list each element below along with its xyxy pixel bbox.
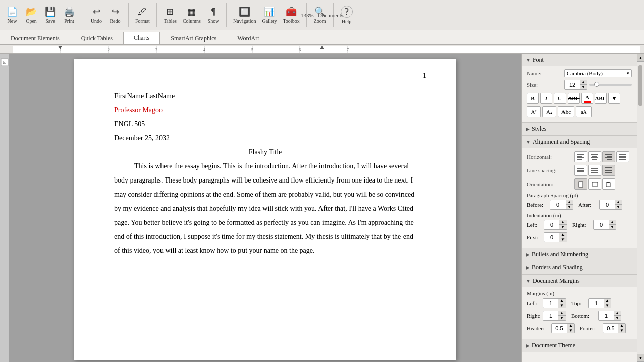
after-stepper[interactable]: ▲ ▼ <box>599 200 622 210</box>
tab-document-elements[interactable]: Document Elements <box>0 32 70 44</box>
one-half-spacing-button[interactable] <box>588 165 601 176</box>
open-button[interactable]: 📂 Open <box>22 3 40 27</box>
font-section-header[interactable]: ▼ Font <box>522 54 637 66</box>
font-name-select[interactable]: Cambria (Body) ▾ <box>564 69 632 77</box>
align-left-button[interactable] <box>574 151 587 162</box>
margin-bottom-input[interactable] <box>599 312 614 319</box>
superscript-button[interactable]: A² <box>527 106 541 117</box>
margin-right-input[interactable] <box>543 312 558 319</box>
tab-quick-tables[interactable]: Quick Tables <box>70 32 123 44</box>
margin-right-down[interactable]: ▼ <box>558 316 566 320</box>
indent-right-up[interactable]: ▲ <box>609 220 616 225</box>
before-stepper[interactable]: ▲ ▼ <box>550 200 573 210</box>
margin-bottom-down[interactable]: ▼ <box>614 316 621 320</box>
tab-charts[interactable]: Charts <box>123 32 160 44</box>
before-down[interactable]: ▼ <box>566 205 573 209</box>
margin-left-input[interactable] <box>543 300 558 307</box>
footer-stepper[interactable]: ▲ ▼ <box>603 323 626 333</box>
margin-left-down[interactable]: ▼ <box>558 303 566 308</box>
indent-first-stepper[interactable]: ▲ ▼ <box>544 232 567 242</box>
indent-left-input[interactable] <box>544 221 559 228</box>
tab-wordart[interactable]: WordArt <box>227 32 269 44</box>
save-button[interactable]: 💾 Save <box>41 3 59 27</box>
show-button[interactable]: ¶ Show <box>204 3 222 27</box>
orientation-other-button[interactable] <box>602 178 615 190</box>
indent-left-down[interactable]: ▼ <box>559 225 567 229</box>
margin-top-up[interactable]: ▲ <box>604 299 611 303</box>
margin-left-stepper[interactable]: ▲ ▼ <box>543 298 566 308</box>
indent-left-stepper[interactable]: ▲ ▼ <box>544 220 567 230</box>
document-area[interactable]: 1 FirstName LastName Professor Magoo ENG… <box>9 54 521 362</box>
smallcaps-button[interactable]: aA <box>576 106 592 117</box>
font-size-slider[interactable] <box>589 84 632 86</box>
body-paragraph[interactable]: This is where the essay begins. This is … <box>114 159 416 258</box>
text-color-button[interactable]: A <box>581 93 593 104</box>
before-up[interactable]: ▲ <box>566 200 573 205</box>
more-format-button[interactable]: ▾ <box>608 93 620 104</box>
format-button[interactable]: 🖊 Format <box>133 3 152 27</box>
header-down[interactable]: ▼ <box>567 328 574 333</box>
redo-button[interactable]: ↪ Redo <box>106 3 124 27</box>
margins-section-header[interactable]: ▼ Document Margins <box>522 275 637 287</box>
toolbox-button[interactable]: 🧰 Toolbox <box>280 3 302 27</box>
after-up[interactable]: ▲ <box>615 200 622 205</box>
print-button[interactable]: 🖨️ Print <box>60 3 78 27</box>
font-size-stepper[interactable]: ▲ ▼ <box>564 80 587 90</box>
scroll-up-arrow[interactable]: ▲ <box>637 54 645 62</box>
underline-button[interactable]: U <box>554 93 566 104</box>
indent-right-stepper[interactable]: ▲ ▼ <box>593 220 616 230</box>
double-spacing-button[interactable] <box>602 165 615 176</box>
orientation-landscape-button[interactable] <box>588 178 601 190</box>
right-panel-scrollbar[interactable]: ▲ ▼ <box>637 54 644 362</box>
navigation-button[interactable]: 🔲 Navigation <box>231 3 258 27</box>
indent-first-up[interactable]: ▲ <box>559 233 567 237</box>
margin-left-up[interactable]: ▲ <box>558 299 566 303</box>
scroll-down-arrow[interactable]: ▼ <box>637 354 645 362</box>
italic-button[interactable]: I <box>540 93 552 104</box>
margin-right-stepper[interactable]: ▲ ▼ <box>543 311 566 321</box>
indent-right-down[interactable]: ▼ <box>609 225 616 229</box>
case-button[interactable]: Abc <box>558 106 574 117</box>
align-justify-button[interactable] <box>616 151 629 162</box>
align-center-button[interactable] <box>588 151 601 162</box>
after-input[interactable] <box>600 201 615 208</box>
styles-section-header[interactable]: ▶ Styles <box>522 123 637 135</box>
theme-section-header[interactable]: ▶ Document Theme <box>522 339 637 352</box>
tables-button[interactable]: ⊞ Tables <box>161 3 179 27</box>
columns-button[interactable]: ▦ Columns <box>180 3 203 27</box>
footer-down[interactable]: ▼ <box>618 328 625 333</box>
margin-bottom-up[interactable]: ▲ <box>614 311 621 316</box>
after-down[interactable]: ▼ <box>615 205 622 209</box>
align-right-button[interactable] <box>602 151 615 162</box>
borders-section-header[interactable]: ▶ Borders and Shading <box>522 261 637 274</box>
font-size-input[interactable] <box>565 81 580 88</box>
margin-bottom-stepper[interactable]: ▲ ▼ <box>598 311 621 321</box>
margin-top-down[interactable]: ▼ <box>604 303 611 308</box>
document-page[interactable]: 1 FirstName LastName Professor Magoo ENG… <box>74 59 456 360</box>
strikethrough-button[interactable]: ABC <box>568 93 580 104</box>
footer-input[interactable] <box>603 325 618 332</box>
header-up[interactable]: ▲ <box>567 324 574 328</box>
indent-first-down[interactable]: ▼ <box>559 237 567 242</box>
gallery-button[interactable]: 📊 Gallery <box>259 3 279 27</box>
new-button[interactable]: 📄 New <box>3 3 21 27</box>
alignment-section-header[interactable]: ▼ Alignment and Spacing <box>522 136 637 148</box>
highlight-button[interactable]: ABC <box>595 93 607 104</box>
header-input[interactable] <box>552 325 567 332</box>
indent-first-input[interactable] <box>544 234 559 241</box>
margin-top-stepper[interactable]: ▲ ▼ <box>588 298 611 308</box>
single-spacing-button[interactable] <box>574 165 587 176</box>
bold-button[interactable]: B <box>527 93 539 104</box>
font-size-down[interactable]: ▼ <box>580 85 587 89</box>
before-input[interactable] <box>550 201 566 208</box>
margin-right-up[interactable]: ▲ <box>558 311 566 316</box>
indent-right-input[interactable] <box>594 221 609 228</box>
font-size-up[interactable]: ▲ <box>580 80 587 85</box>
bullets-section-header[interactable]: ▶ Bullets and Numbering <box>522 248 637 261</box>
footer-up[interactable]: ▲ <box>618 324 625 328</box>
indent-left-up[interactable]: ▲ <box>559 220 567 225</box>
header-stepper[interactable]: ▲ ▼ <box>551 323 575 333</box>
margin-top-input[interactable] <box>589 300 604 307</box>
undo-button[interactable]: ↩ Undo <box>87 3 105 27</box>
orientation-portrait-button[interactable] <box>574 178 587 190</box>
